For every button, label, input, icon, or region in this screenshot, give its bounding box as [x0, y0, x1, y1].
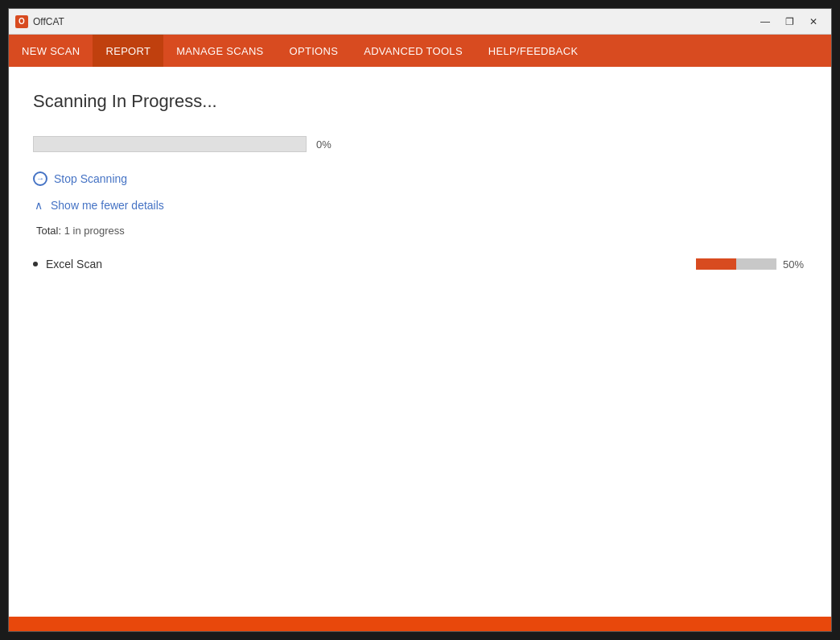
stop-scanning-label: Stop Scanning: [54, 172, 127, 185]
bottom-bar: [9, 617, 831, 631]
chevron-up-icon: ∧: [33, 200, 44, 211]
app-icon: O: [15, 15, 28, 28]
menu-item-advanced-tools[interactable]: ADVANCED TOOLS: [351, 35, 476, 67]
scan-item-left: Excel Scan: [33, 258, 102, 270]
menu-item-manage-scans[interactable]: MANAGE SCANS: [163, 35, 276, 67]
progress-label: 0%: [316, 138, 331, 151]
menu-item-new-scan[interactable]: NEW SCAN: [9, 35, 93, 67]
title-bar-left: O OffCAT: [15, 15, 64, 28]
title-bar-controls: — ❐ ✕: [754, 14, 825, 30]
menu-item-report[interactable]: REPORT: [93, 35, 163, 67]
show-details-label: Show me fewer details: [51, 199, 164, 212]
stop-scanning-icon: [33, 171, 47, 186]
main-content: Scanning In Progress... 0% Stop Scanning…: [9, 67, 831, 617]
progress-container: 0%: [33, 136, 807, 152]
stop-scanning-link[interactable]: Stop Scanning: [33, 171, 807, 186]
scan-item-progress: 50%: [696, 258, 807, 270]
minimize-button[interactable]: —: [754, 14, 776, 30]
scan-item-name: Excel Scan: [46, 258, 102, 270]
close-button[interactable]: ✕: [802, 14, 825, 30]
app-window: O OffCAT — ❐ ✕ NEW SCAN REPORT MANAGE SC…: [8, 8, 832, 632]
item-progress-bar: [696, 258, 776, 270]
progress-bar-outer: [33, 136, 307, 152]
total-line: Total: 1 in progress: [36, 225, 807, 237]
menu-bar: NEW SCAN REPORT MANAGE SCANS OPTIONS ADV…: [9, 35, 831, 67]
title-bar: O OffCAT — ❐ ✕: [9, 9, 831, 35]
scan-item: Excel Scan 50%: [33, 253, 807, 275]
window-title: OffCAT: [33, 16, 64, 27]
bullet-icon: [33, 262, 38, 266]
restore-button[interactable]: ❐: [778, 14, 801, 30]
item-progress-label: 50%: [783, 258, 807, 270]
show-details-link[interactable]: ∧ Show me fewer details: [33, 199, 807, 212]
menu-item-options[interactable]: OPTIONS: [277, 35, 352, 67]
scan-list: Excel Scan 50%: [33, 253, 807, 275]
total-status: 1 in progress: [64, 225, 125, 237]
menu-item-help-feedback[interactable]: HELP/FEEDBACK: [476, 35, 591, 67]
page-title: Scanning In Progress...: [33, 91, 807, 112]
total-label: Total:: [36, 225, 61, 237]
item-progress-fill: [696, 258, 736, 270]
